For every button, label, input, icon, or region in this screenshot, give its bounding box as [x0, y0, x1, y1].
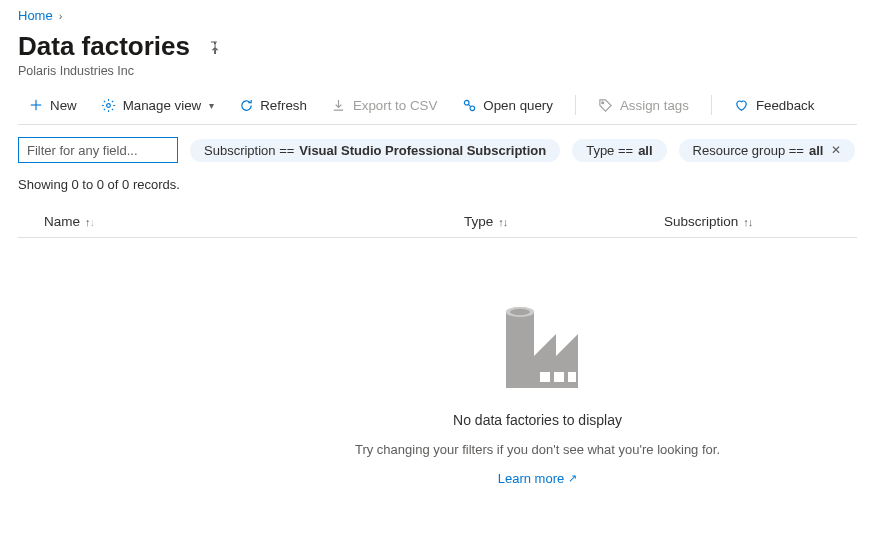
chevron-right-icon: ›: [59, 10, 63, 22]
title-row: Data factories: [18, 31, 857, 62]
column-label: Type: [464, 214, 493, 229]
manage-view-label: Manage view: [123, 98, 202, 113]
pill-key: Subscription ==: [204, 143, 294, 158]
empty-state: No data factories to display Try changin…: [218, 238, 857, 486]
toolbar: New Manage view ▾ Refresh Export to CSV …: [18, 92, 857, 125]
column-header-name[interactable]: Name ↑↓: [44, 214, 464, 229]
sort-icon: ↑↓: [85, 216, 94, 228]
column-header-subscription[interactable]: Subscription ↑↓: [664, 214, 857, 229]
refresh-label: Refresh: [260, 98, 307, 113]
query-icon: [461, 97, 477, 113]
table-header: Name ↑↓ Type ↑↓ Subscription ↑↓: [18, 206, 857, 238]
sort-icon: ↑↓: [498, 216, 507, 228]
learn-more-link[interactable]: Learn more ↗: [498, 471, 577, 486]
svg-point-2: [107, 103, 111, 107]
filter-pill-resource-group[interactable]: Resource group == all ✕: [679, 139, 856, 162]
pill-value: Visual Studio Professional Subscription: [299, 143, 546, 158]
filter-input[interactable]: [18, 137, 178, 163]
pin-icon: [206, 39, 221, 54]
column-label: Name: [44, 214, 80, 229]
breadcrumb: Home ›: [18, 8, 857, 23]
toolbar-separator: [575, 95, 576, 115]
refresh-icon: [238, 97, 254, 113]
svg-point-5: [602, 101, 604, 103]
pin-button[interactable]: [202, 35, 225, 58]
gear-icon: [101, 97, 117, 113]
new-label: New: [50, 98, 77, 113]
filter-pill-subscription[interactable]: Subscription == Visual Studio Profession…: [190, 139, 560, 162]
empty-title: No data factories to display: [453, 412, 622, 428]
column-header-type[interactable]: Type ↑↓: [464, 214, 664, 229]
assign-tags-button[interactable]: Assign tags: [588, 92, 699, 118]
empty-subtitle: Try changing your filters if you don't s…: [355, 442, 720, 457]
refresh-button[interactable]: Refresh: [228, 92, 317, 118]
svg-point-4: [470, 105, 475, 110]
open-query-label: Open query: [483, 98, 553, 113]
close-icon[interactable]: ✕: [831, 143, 841, 157]
heart-icon: [734, 97, 750, 113]
new-button[interactable]: New: [18, 92, 87, 118]
chevron-down-icon: ▾: [209, 100, 214, 111]
export-csv-button[interactable]: Export to CSV: [321, 92, 447, 118]
assign-tags-label: Assign tags: [620, 98, 689, 113]
manage-view-button[interactable]: Manage view ▾: [91, 92, 225, 118]
tag-icon: [598, 97, 614, 113]
page-subtitle: Polaris Industries Inc: [18, 64, 857, 78]
svg-rect-10: [540, 372, 550, 382]
pill-value: all: [638, 143, 652, 158]
filter-row: Subscription == Visual Studio Profession…: [18, 137, 857, 163]
filter-pill-type[interactable]: Type == all: [572, 139, 666, 162]
svg-rect-7: [506, 312, 534, 388]
sort-icon: ↑↓: [743, 216, 752, 228]
page-title: Data factories: [18, 31, 190, 62]
export-csv-label: Export to CSV: [353, 98, 437, 113]
svg-rect-11: [554, 372, 564, 382]
feedback-label: Feedback: [756, 98, 815, 113]
svg-point-9: [510, 309, 530, 316]
external-link-icon: ↗: [568, 472, 577, 485]
feedback-button[interactable]: Feedback: [724, 92, 825, 118]
toolbar-separator: [711, 95, 712, 115]
plus-icon: [28, 97, 44, 113]
results-count: Showing 0 to 0 of 0 records.: [18, 177, 857, 192]
column-label: Subscription: [664, 214, 738, 229]
learn-more-label: Learn more: [498, 471, 564, 486]
pill-value: all: [809, 143, 823, 158]
svg-rect-12: [568, 372, 576, 382]
svg-point-3: [464, 100, 469, 105]
breadcrumb-home[interactable]: Home: [18, 8, 53, 23]
pill-key: Resource group ==: [693, 143, 804, 158]
download-icon: [331, 97, 347, 113]
open-query-button[interactable]: Open query: [451, 92, 563, 118]
factory-icon: [488, 298, 588, 398]
pill-key: Type ==: [586, 143, 633, 158]
